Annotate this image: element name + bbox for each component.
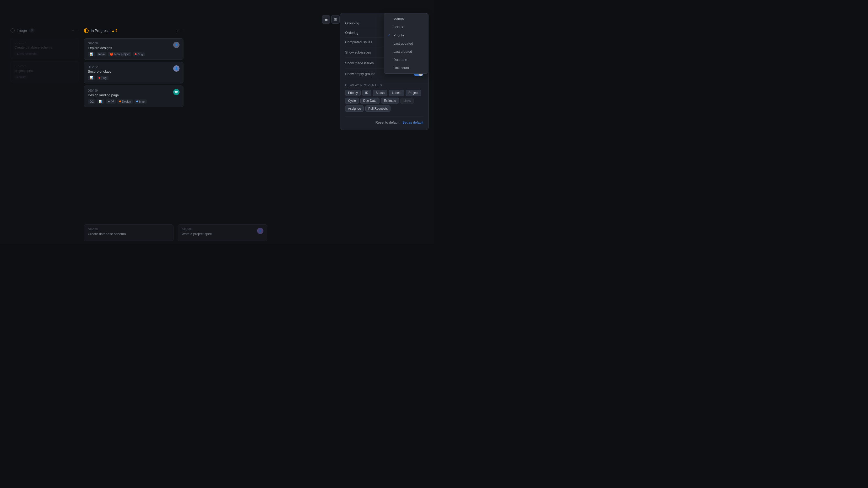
issue-dev-99[interactable]: DEV-99 Design landing page 0/2 📊 ▶ 54 De… — [84, 86, 183, 107]
dropdown-item-label: Status — [393, 25, 403, 29]
issue-tags-68: 📊 ▶ 54 🍎 New project Bug — [88, 52, 173, 56]
property-tag-status[interactable]: Status — [373, 90, 388, 96]
inprogress-column: In Progress ▲ 5 + ··· DEV-68 Explore des… — [84, 26, 183, 109]
tag-impr-99: Impr — [134, 99, 147, 104]
issue-id: DEV-??? — [14, 64, 75, 68]
issue-id-32: DEV-32 — [88, 65, 173, 68]
property-tag-due-date[interactable]: Due Date — [360, 97, 379, 104]
issue-tags-32: 📊 Bug — [88, 76, 173, 80]
more-icon[interactable]: ··· — [180, 29, 183, 33]
add-icon[interactable]: + — [72, 28, 74, 32]
dropdown-item-label: Manual — [393, 17, 405, 21]
tag-chart: 📊 — [88, 52, 95, 56]
issue-title-99: Design landing page — [88, 93, 173, 97]
issue-title-32: Secure enclave — [88, 69, 173, 74]
property-tags-container: PriorityIDStatusLabelsProjectCycleDue Da… — [345, 90, 423, 112]
triage-issue-1[interactable]: DEV-107 Create database schema ▲ improve… — [10, 38, 79, 59]
dropdown-item-label: Last updated — [393, 41, 413, 46]
completed-label: Completed issues — [345, 40, 372, 44]
issue-title-68: Explore designs — [88, 46, 173, 50]
property-tag-assignee[interactable]: Assignee — [345, 106, 364, 112]
ordering-option-due-date[interactable]: Due date — [384, 56, 428, 64]
ordering-option-link-count[interactable]: Link count — [384, 64, 428, 72]
ordering-option-priority[interactable]: ✓Priority — [384, 31, 428, 39]
ordering-label: Ordering — [345, 31, 359, 35]
tag-play-99: ▶ 54 — [106, 99, 116, 104]
settings-footer: Reset to default Set as default — [345, 116, 423, 124]
bug-dot-32 — [98, 77, 100, 79]
tag-play-54: ▶ 54 — [97, 52, 106, 56]
display-properties-label: Display properties — [345, 83, 423, 87]
more-icon[interactable]: ··· — [75, 28, 79, 32]
grid-icon: ⊞ — [334, 17, 337, 22]
show-sub-issues-label: Show sub-issues — [345, 50, 371, 54]
issue-dev-68[interactable]: DEV-68 Explore designs 📊 ▶ 54 🍎 New proj… — [84, 38, 183, 60]
dropdown-item-label: Priority — [393, 33, 404, 37]
tag-improvement: ▲ improvement — [14, 51, 38, 56]
ordering-dropdown: ManualStatus✓PriorityLast updatedLast cr… — [384, 13, 428, 74]
design-dot — [119, 101, 121, 102]
set-default-button[interactable]: Set as default — [403, 120, 424, 124]
property-tag-links[interactable]: Links — [400, 97, 413, 104]
issue-dev-32[interactable]: DEV-32 Secure enclave 📊 Bug 👤 — [84, 62, 183, 83]
impr-dot — [136, 101, 138, 102]
check-icon: ✓ — [388, 34, 391, 37]
issue-tags-99: 0/2 📊 ▶ 54 Design Impr — [88, 99, 173, 104]
bottom-card-70[interactable]: DEV-70 Create database schema — [84, 224, 174, 241]
triage-title: Triage — [17, 28, 27, 32]
inprogress-header: In Progress ▲ 5 + ··· — [84, 26, 183, 35]
ordering-option-last-updated[interactable]: Last updated — [384, 39, 428, 48]
property-tag-priority[interactable]: Priority — [345, 90, 361, 96]
triage-column: Triage 0 + ··· DEV-107 Create database s… — [10, 26, 79, 85]
property-tag-labels[interactable]: Labels — [389, 90, 404, 96]
bottom-card-69[interactable]: DEV-69 Write a project spec 👤 — [178, 224, 267, 241]
bottom-cards: DEV-70 Create database schema DEV-69 Wri… — [84, 222, 267, 244]
bottom-issue-id-69: DEV-69 — [182, 228, 255, 231]
issue-id-68: DEV-68 — [88, 42, 173, 45]
issue-id-99: DEV-99 — [88, 89, 173, 92]
triage-issue-2[interactable]: DEV-??? project spec ● caller — [10, 61, 79, 82]
triage-icon — [10, 28, 15, 32]
inprogress-count: ▲ 5 — [112, 29, 117, 32]
ordering-option-last-created[interactable]: Last created — [384, 48, 428, 56]
list-icon: ☰ — [324, 17, 328, 22]
property-tag-estimate[interactable]: Estimate — [381, 97, 399, 104]
property-tag-cycle[interactable]: Cycle — [345, 97, 359, 104]
property-tag-project[interactable]: Project — [406, 90, 421, 96]
ordering-option-status[interactable]: Status — [384, 23, 428, 31]
tag-chart-32: 📊 — [88, 76, 95, 80]
bug-dot — [135, 53, 136, 55]
add-icon[interactable]: + — [177, 29, 179, 33]
triage-actions[interactable]: + ··· — [72, 28, 79, 32]
triage-count: 0 — [29, 28, 35, 32]
issue-tags: ● caller — [14, 75, 75, 79]
show-triage-label: Show triage issues — [345, 61, 374, 65]
inprogress-icon — [84, 28, 89, 33]
property-tag-id[interactable]: ID — [362, 90, 371, 96]
reset-button[interactable]: Reset to default — [375, 120, 399, 124]
issue-tags: ▲ improvement — [14, 51, 75, 56]
ordering-option-manual[interactable]: Manual — [384, 15, 428, 23]
bottom-issue-id-70: DEV-70 — [88, 228, 169, 231]
bottom-avatar-69: 👤 — [257, 228, 264, 234]
avatar-68: 👤 — [173, 42, 180, 48]
tag-apple: 🍎 New project — [108, 52, 131, 56]
tag-bug-68: Bug — [133, 52, 145, 56]
inprogress-title: In Progress — [91, 29, 110, 33]
show-empty-label: Show empty groups — [345, 72, 375, 76]
property-tag-pull-requests[interactable]: Pull Requests — [365, 106, 391, 112]
inprogress-actions[interactable]: + ··· — [177, 29, 183, 33]
toolbar: ☰ ⊞ — [322, 15, 340, 24]
issue-id: DEV-107 — [14, 41, 75, 44]
triage-header: Triage 0 + ··· — [10, 26, 79, 35]
list-view-button[interactable]: ☰ — [322, 15, 330, 24]
grouping-label: Grouping — [345, 21, 359, 25]
bottom-issue-title-69: Write a project spec — [182, 232, 255, 236]
bottom-issue-title-70: Create database schema — [88, 232, 169, 236]
issue-title: project spec — [14, 69, 75, 73]
avatar-99: TM — [173, 89, 180, 95]
tag-subtask-99: 0/2 — [88, 99, 95, 104]
grid-view-button[interactable]: ⊞ — [331, 15, 340, 24]
tag-bug-32: Bug — [97, 76, 108, 80]
tag-design-99: Design — [117, 99, 133, 104]
